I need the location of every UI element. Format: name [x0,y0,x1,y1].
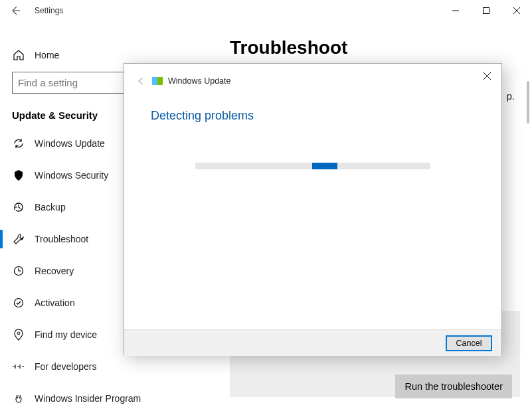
dialog-back-button[interactable] [135,74,148,88]
maximize-button[interactable] [471,0,501,21]
sidebar-home-label: Home [35,50,59,60]
sidebar-item-label: Recovery [35,266,74,276]
sidebar-item-label: Activation [35,297,75,308]
minimize-button[interactable] [440,0,471,21]
svg-point-7 [19,397,21,398]
shield-icon [12,169,25,182]
sidebar-item-label: For developers [35,361,96,372]
sidebar-item-label: Backup [35,202,66,212]
svg-rect-0 [484,8,489,14]
code-icon [12,360,25,373]
sidebar-item-label: Windows Insider Program [35,393,141,404]
titlebar: Settings [0,0,532,21]
sidebar-item-insider[interactable]: Windows Insider Program [0,382,211,414]
maximize-icon [483,7,489,14]
close-button[interactable] [501,0,532,21]
svg-point-5 [16,396,21,402]
svg-point-3 [15,299,23,307]
progress-bar [195,163,430,169]
wrench-icon [12,232,25,246]
arrow-left-icon [10,5,21,16]
restore-icon [12,264,25,278]
run-troubleshooter-button[interactable]: Run the troubleshooter [395,375,512,398]
dialog-body: Windows Update Detecting problems [124,64,501,329]
dialog-footer: Cancel [124,329,501,356]
arrow-left-icon [137,76,146,86]
close-icon [513,7,520,14]
minimize-icon [452,7,459,14]
sidebar-item-label: Windows Update [35,138,105,149]
check-circle-icon [12,296,25,309]
dialog-close-button[interactable] [478,68,496,84]
back-button[interactable] [0,0,31,21]
location-icon [12,328,25,341]
cancel-button[interactable]: Cancel [446,335,492,351]
close-icon [484,72,491,80]
sync-icon [12,137,25,150]
dialog-status-text: Detecting problems [151,109,491,123]
intro-text-fragment: p. [506,90,515,102]
sidebar-item-label: Windows Security [35,170,108,181]
svg-point-6 [17,397,18,398]
page-title: Troubleshoot [230,37,532,58]
troubleshooter-dialog: Windows Update Detecting problems Cancel [124,63,502,355]
window-title: Settings [35,6,63,15]
svg-point-4 [17,332,20,335]
sidebar-item-label: Troubleshoot [35,234,88,244]
sidebar-item-label: Find my device [35,329,97,340]
bug-icon [12,392,25,405]
window-controls [440,0,532,21]
home-icon [12,48,25,62]
scrollbar[interactable] [527,81,529,124]
troubleshooter-flag-icon [152,77,163,85]
progress-indicator [312,163,337,169]
dialog-title: Windows Update [168,76,231,86]
history-icon [12,201,25,214]
